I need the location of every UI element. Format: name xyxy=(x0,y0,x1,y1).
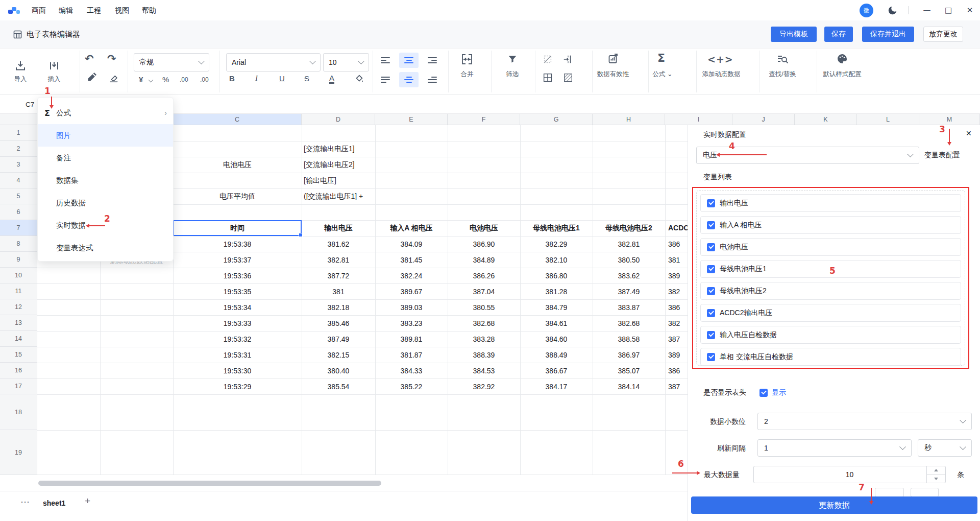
variable-item[interactable]: ACDC2输出电压 xyxy=(700,304,961,322)
italic-button[interactable]: I xyxy=(255,74,258,83)
cell-value[interactable]: 381.28 xyxy=(520,283,593,299)
insert-column-icon[interactable] xyxy=(562,54,574,65)
variable-item[interactable]: 输入电压自检数据 xyxy=(700,326,961,344)
cell-value[interactable]: 380.50 xyxy=(593,252,665,268)
cell-value[interactable]: 381.45 xyxy=(375,252,448,268)
cell-value[interactable]: 389 xyxy=(665,347,688,363)
cell-value[interactable]: 388.49 xyxy=(520,347,593,363)
cell-value[interactable]: 386 xyxy=(665,299,688,315)
cell-value[interactable]: 387.49 xyxy=(302,331,375,347)
checkbox-checked-icon[interactable] xyxy=(707,331,715,339)
panel-close-icon[interactable]: ✕ xyxy=(966,129,972,137)
insert-button[interactable]: 插入 xyxy=(41,53,67,90)
add-dynamic-data-icon[interactable]: <+> xyxy=(707,54,733,65)
cell-value[interactable]: 388.58 xyxy=(593,331,665,347)
cell-value[interactable]: 384.60 xyxy=(520,331,593,347)
menu-item-note[interactable]: 备注 xyxy=(38,147,173,169)
user-badge[interactable]: 微 xyxy=(860,4,873,17)
add-sheet-icon[interactable]: + xyxy=(85,495,90,507)
menu-item-variable-expression[interactable]: 变量表达式 xyxy=(38,236,173,259)
sigma-icon[interactable]: Σ xyxy=(657,52,665,64)
eraser-icon[interactable] xyxy=(108,72,119,83)
show-header-checkbox[interactable] xyxy=(760,389,768,397)
font-size-select[interactable]: 10 xyxy=(323,53,369,72)
import-button[interactable]: 导入 xyxy=(7,53,34,90)
cell-value[interactable]: 386.26 xyxy=(448,268,520,283)
discard-changes-button[interactable]: 放弃更改 xyxy=(923,27,963,42)
dark-mode-moon-icon[interactable] xyxy=(887,5,898,16)
cell-value[interactable]: 388.39 xyxy=(448,347,520,363)
cell-value[interactable]: 386 xyxy=(665,363,688,378)
column-header[interactable]: M xyxy=(919,114,980,125)
column-header[interactable]: H xyxy=(593,114,665,125)
decrease-decimal-button[interactable]: .00 xyxy=(180,76,188,83)
cell-value[interactable]: 382.92 xyxy=(448,378,520,394)
refresh-unit-select[interactable]: 秒 xyxy=(918,439,972,457)
cell-D2[interactable]: [交流输出电压1] xyxy=(304,141,355,157)
cell-time[interactable]: 19:53:37 xyxy=(173,252,302,268)
row-header[interactable]: 18 xyxy=(0,394,37,430)
max-data-input[interactable]: 10 xyxy=(753,466,946,483)
variable-item[interactable]: 输入A 相电压 xyxy=(700,216,961,234)
variable-item[interactable]: 母线电池电压2 xyxy=(700,282,961,300)
cell-value[interactable]: 382.15 xyxy=(302,347,375,363)
cell-reference[interactable]: C7 xyxy=(26,95,34,114)
cell-value[interactable]: 384.09 xyxy=(375,236,448,252)
checkbox-checked-icon[interactable] xyxy=(707,243,715,251)
variable-item[interactable]: 单相 交流电压自检数据 xyxy=(700,348,961,366)
save-button[interactable]: 保存 xyxy=(824,27,853,42)
menu-project[interactable]: 工程 xyxy=(87,0,101,20)
cell-value[interactable]: 380.40 xyxy=(302,363,375,378)
cell-value[interactable]: 382 xyxy=(665,315,688,331)
cell-value[interactable]: 387.04 xyxy=(448,283,520,299)
menu-screen[interactable]: 画面 xyxy=(32,0,46,20)
cell-time[interactable]: 19:53:33 xyxy=(173,315,302,331)
currency-format-button[interactable]: ¥ xyxy=(139,75,143,84)
increase-decimal-button[interactable]: .00 xyxy=(200,76,209,83)
column-header[interactable]: J xyxy=(732,114,795,125)
row-header[interactable]: 11 xyxy=(0,283,37,299)
cell-value[interactable]: 386.97 xyxy=(593,347,665,363)
strikethrough-button[interactable]: S xyxy=(304,74,309,83)
cell-time[interactable]: 19:53:38 xyxy=(173,236,302,252)
cell-value[interactable]: 382.18 xyxy=(302,299,375,315)
cell-value[interactable]: 385.22 xyxy=(375,378,448,394)
number-stepper[interactable] xyxy=(926,466,945,483)
cell-value[interactable]: 384.61 xyxy=(520,315,593,331)
menu-item-dataset[interactable]: 数据集 xyxy=(38,169,173,192)
cell-value[interactable]: 383.87 xyxy=(593,299,665,315)
cell-value[interactable]: 383.28 xyxy=(448,331,520,347)
row-header[interactable]: 13 xyxy=(0,315,37,331)
checkbox-checked-icon[interactable] xyxy=(707,287,715,295)
row-header[interactable]: 5 xyxy=(0,188,37,204)
export-template-button[interactable]: 导出模板 xyxy=(771,27,817,42)
column-header[interactable]: G xyxy=(520,114,593,125)
percent-format-button[interactable]: % xyxy=(162,75,169,84)
data-validity-icon[interactable] xyxy=(607,53,619,65)
cell-C3[interactable]: 电池电压 xyxy=(173,157,302,173)
update-data-button[interactable]: 更新数据 xyxy=(691,496,977,514)
cell-value[interactable]: 387.49 xyxy=(593,283,665,299)
cell-value[interactable]: 389.03 xyxy=(375,299,448,315)
stepper-up-icon[interactable] xyxy=(927,466,945,475)
valign-middle-button[interactable] xyxy=(399,72,419,87)
find-replace-icon[interactable] xyxy=(776,53,789,66)
cell-value[interactable]: 382 xyxy=(665,283,688,299)
row-header[interactable]: 12 xyxy=(0,299,37,315)
align-left-button[interactable] xyxy=(376,53,395,68)
menu-view[interactable]: 视图 xyxy=(115,0,129,20)
stepper-down-icon[interactable] xyxy=(927,475,945,483)
cell-time[interactable]: 19:53:34 xyxy=(173,299,302,315)
cell-value[interactable]: 382.10 xyxy=(520,252,593,268)
cell-value[interactable]: 381.87 xyxy=(375,347,448,363)
row-header[interactable]: 15 xyxy=(0,347,37,363)
cell-value[interactable]: 385.54 xyxy=(302,378,375,394)
merge-cells-icon[interactable] xyxy=(460,53,474,66)
column-header[interactable]: F xyxy=(448,114,520,125)
row-header[interactable]: 9 xyxy=(0,252,37,268)
menu-item-image[interactable]: 图片 xyxy=(38,124,173,147)
cell-value[interactable]: 384.89 xyxy=(448,252,520,268)
variable-item[interactable]: 输出电压 xyxy=(700,194,961,212)
cell-D5[interactable]: ([交流输出电压1] + xyxy=(304,188,363,204)
cell-value[interactable]: 383.62 xyxy=(593,268,665,283)
